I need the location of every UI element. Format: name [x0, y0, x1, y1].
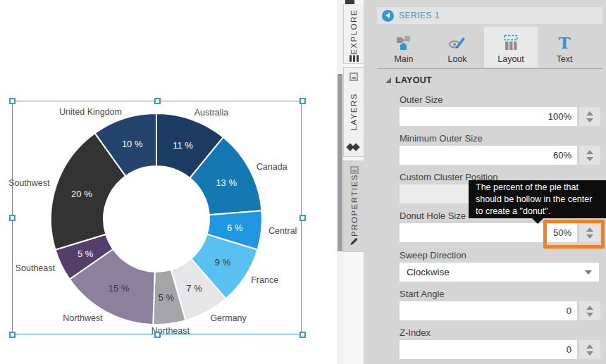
- selection-handle-bottom-left[interactable]: [9, 332, 16, 338]
- z-index-spinner[interactable]: [579, 340, 600, 359]
- minimum-outer-size-spinner[interactable]: [579, 146, 600, 165]
- text-T-icon: T: [558, 33, 570, 52]
- spin-up-icon: [586, 227, 593, 232]
- tab-look-label: Look: [447, 54, 466, 64]
- tab-text-label: Text: [557, 54, 573, 64]
- slice-value-label: 10 %: [122, 139, 143, 149]
- spin-down-icon: [586, 351, 593, 356]
- sidebar-tab-explore[interactable]: EXPLORE: [343, 4, 364, 64]
- z-index-label: Z-Index: [400, 327, 431, 338]
- tooltip: The percent of the pie that should be ho…: [469, 180, 606, 218]
- slice-category-label: Germany: [210, 313, 247, 323]
- spin-down-icon: [586, 118, 593, 123]
- outer-size-label: Outer Size: [400, 94, 443, 105]
- series-title: SERIES 1: [399, 11, 440, 20]
- slice-value-label: 13 %: [216, 177, 237, 188]
- properties-tab-label: PROPERTIES: [350, 174, 359, 237]
- slice-value-label: 9 %: [215, 257, 231, 268]
- slice-value-label: 15 %: [109, 283, 130, 294]
- donut-hole-size-spinner[interactable]: [579, 223, 600, 242]
- spin-up-icon: [586, 111, 593, 115]
- slice-category-label: France: [251, 275, 278, 285]
- back-button[interactable]: [382, 10, 394, 22]
- spin-up-icon: [586, 306, 593, 310]
- selection-handle-top-left[interactable]: [9, 98, 16, 104]
- side-tab-strip: EXPLORE LAYERS PROPERTIES: [343, 0, 364, 364]
- slice-category-label: Canada: [256, 162, 287, 172]
- donut-hole-size-input[interactable]: 50%: [400, 223, 577, 242]
- tooltip-caret: [532, 218, 543, 224]
- slice-category-label: Central: [268, 226, 297, 236]
- tab-layout[interactable]: Layout: [484, 27, 538, 68]
- slice-value-label: 7 %: [186, 283, 202, 294]
- chevron-down-icon: [585, 270, 592, 275]
- selection-handle-top-center[interactable]: [154, 98, 161, 104]
- selection-handle-top-right[interactable]: [299, 98, 306, 104]
- tab-main[interactable]: Main: [377, 27, 431, 68]
- slice-category-label: Northwest: [63, 313, 103, 323]
- sweep-direction-value: Clockwise: [407, 267, 450, 277]
- selection-handle-mid-right[interactable]: [299, 215, 306, 221]
- donut-hole-size-label: Donut Hole Size: [400, 211, 466, 221]
- separator: [377, 68, 602, 69]
- slice-category-label: Australia: [194, 108, 229, 118]
- spin-up-icon: [586, 150, 593, 154]
- selection-handle-mid-left[interactable]: [9, 215, 16, 221]
- design-canvas: 11 %Australia13 %Canada6 %Central9 %Fran…: [0, 0, 337, 364]
- slice-value-label: 6 %: [227, 222, 243, 233]
- minimum-outer-size-label: Minimum Outer Size: [400, 133, 483, 144]
- sweep-direction-dropdown[interactable]: Clockwise: [400, 263, 599, 282]
- slice-value-label: 20 %: [71, 189, 92, 199]
- outer-size-input[interactable]: 100%: [400, 107, 577, 126]
- spin-down-icon: [586, 313, 593, 317]
- film-strip-icon: [350, 55, 359, 62]
- eye-brush-icon: [448, 33, 466, 52]
- window-square-icon: [350, 73, 358, 81]
- panel-tab-bar: Main Look Layout: [377, 27, 602, 68]
- layers-tab-label: LAYERS: [350, 93, 358, 131]
- layout-section-header[interactable]: LAYOUT: [385, 75, 432, 85]
- spin-up-icon: [586, 344, 593, 349]
- pencil-icon: [349, 237, 359, 246]
- slice-category-label: United Kingdom: [59, 107, 122, 117]
- explore-tab-label: EXPLORE: [350, 9, 358, 55]
- slice-value-label: 5 %: [78, 249, 94, 259]
- puzzle-icon: [395, 33, 413, 52]
- selection-handle-bottom-right[interactable]: [299, 332, 306, 338]
- series-header-bar: SERIES 1: [377, 7, 602, 24]
- selection-handle-bottom-center[interactable]: [154, 332, 161, 338]
- section-title: LAYOUT: [395, 75, 432, 85]
- minimum-outer-size-input[interactable]: 60%: [400, 146, 577, 165]
- slice-category-label: Southeast: [16, 263, 56, 273]
- spin-down-icon: [586, 157, 593, 161]
- collapse-triangle-icon: [385, 77, 391, 83]
- spin-down-icon: [586, 234, 593, 239]
- slice-value-label: 11 %: [173, 140, 193, 151]
- start-angle-spinner[interactable]: [579, 301, 600, 320]
- outer-size-spinner[interactable]: [579, 107, 600, 126]
- sweep-direction-label: Sweep Direction: [400, 250, 466, 261]
- layout-columns-icon: [502, 33, 520, 52]
- tab-layout-label: Layout: [497, 54, 524, 64]
- slice-category-label: Southwest: [8, 178, 50, 188]
- tab-look[interactable]: Look: [431, 27, 484, 68]
- sidebar-tab-properties[interactable]: PROPERTIES: [343, 161, 365, 252]
- window-square-icon: [350, 166, 359, 174]
- slice-value-label: 5 %: [159, 292, 175, 303]
- donut-chart[interactable]: 11 %Australia13 %Canada6 %Central9 %Fran…: [0, 0, 337, 364]
- tab-text[interactable]: T Text: [538, 27, 591, 68]
- tab-main-label: Main: [394, 54, 413, 64]
- scrollbar-thumb[interactable]: [338, 74, 342, 251]
- z-index-input[interactable]: 0: [400, 340, 577, 359]
- canvas-vertical-scrollbar: [337, 0, 343, 364]
- layers-diamond-icon: [347, 143, 360, 151]
- start-angle-label: Start Angle: [400, 289, 445, 299]
- start-angle-input[interactable]: 0: [400, 301, 577, 320]
- sidebar-tab-layers[interactable]: LAYERS: [343, 67, 364, 157]
- back-arrow-icon: [385, 13, 390, 18]
